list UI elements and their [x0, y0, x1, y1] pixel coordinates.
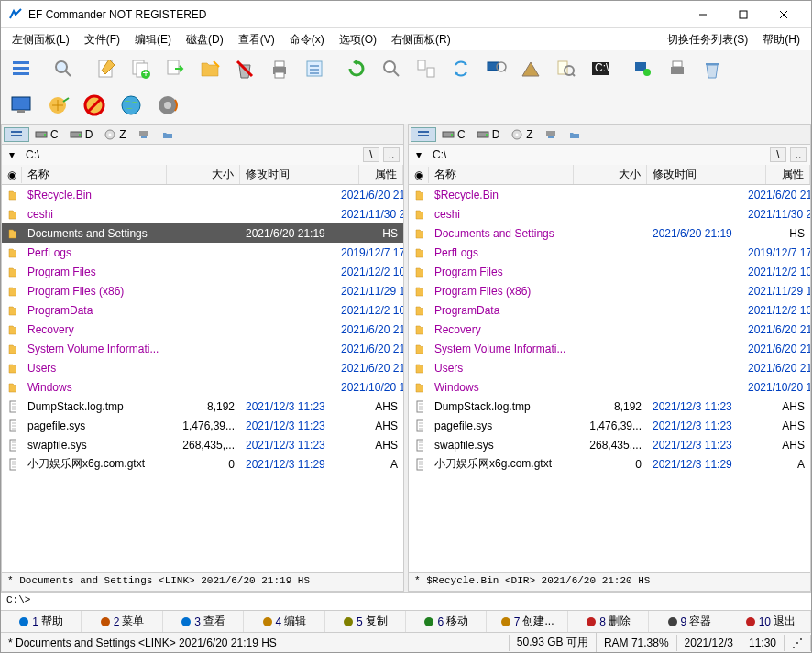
fkey-4[interactable]: 4 编辑	[244, 611, 324, 632]
file-row[interactable]: Windows2021/10/20 10:26	[409, 377, 810, 397]
maximize-button[interactable]	[723, 2, 763, 27]
new-folder-button[interactable]	[193, 52, 226, 85]
file-row[interactable]: System Volume Informati...2021/6/20 21:2…	[2, 339, 403, 358]
fkey-10[interactable]: 10 退出	[730, 611, 811, 632]
connect-button[interactable]	[41, 89, 74, 122]
fkey-8[interactable]: 8 删除	[568, 611, 649, 632]
menu-文件(F)[interactable]: 文件(F)	[77, 30, 127, 49]
file-row[interactable]: 小刀娱乐网x6g.com.gtxt02021/12/3 11:29A	[409, 454, 810, 473]
menu-选项(O)[interactable]: 选项(O)	[332, 30, 384, 49]
drive-net[interactable]	[539, 128, 563, 141]
file-row[interactable]: DumpStack.log.tmp8,1922021/12/3 11:23AHS	[2, 397, 403, 416]
move-button[interactable]	[159, 52, 192, 85]
menu-左侧面板(L)[interactable]: 左侧面板(L)	[5, 30, 77, 49]
menu-编辑(E)[interactable]: 编辑(E)	[127, 30, 179, 49]
dropdown-icon[interactable]: ▾	[412, 148, 425, 161]
print2-button[interactable]	[661, 52, 694, 85]
file-row[interactable]: Program Files (x86)2021/11/29 11:02R	[2, 281, 403, 300]
drive-D[interactable]: D	[471, 127, 506, 142]
fkey-9[interactable]: 9 容器	[649, 611, 730, 632]
search-button[interactable]	[47, 52, 80, 85]
drive-C[interactable]: C	[29, 127, 64, 142]
drive-net[interactable]	[132, 128, 156, 141]
col-size[interactable]: 大小	[167, 165, 240, 184]
left-root-button[interactable]: \	[363, 147, 379, 162]
menu-查看(V)[interactable]: 查看(V)	[231, 30, 282, 49]
properties-button[interactable]	[298, 52, 331, 85]
view-details-button[interactable]	[5, 52, 38, 85]
terminal-button[interactable]: C:\	[584, 52, 617, 85]
dropdown-icon[interactable]: ▾	[5, 148, 18, 161]
file-row[interactable]: ceshi2021/11/30 22:17	[409, 204, 810, 223]
menu-命令(x)[interactable]: 命令(x)	[282, 30, 332, 49]
drive-Z[interactable]: Z	[98, 127, 131, 142]
delete-button[interactable]	[228, 52, 261, 85]
right-list[interactable]: $Recycle.Bin2021/6/20 21:20HSceshi2021/1…	[409, 185, 810, 572]
col-icon[interactable]: ◉	[2, 167, 22, 183]
audio-button[interactable]	[151, 89, 184, 122]
col-attr[interactable]: 属性	[359, 165, 403, 184]
minimize-button[interactable]	[683, 2, 723, 27]
fkey-6[interactable]: 6 移动	[406, 611, 487, 632]
close-button[interactable]	[763, 2, 804, 27]
desktop-button[interactable]	[5, 89, 38, 122]
fkey-1[interactable]: 1 帮助	[1, 611, 82, 632]
col-icon[interactable]: ◉	[409, 167, 429, 183]
file-row[interactable]: swapfile.sys268,435,...2021/12/3 11:23AH…	[2, 435, 403, 454]
file-row[interactable]: $Recycle.Bin2021/6/20 21:20HS	[409, 185, 810, 204]
col-date[interactable]: 修改时间	[647, 165, 766, 184]
col-date[interactable]: 修改时间	[240, 165, 359, 184]
find-button[interactable]	[375, 52, 408, 85]
refresh-button[interactable]	[340, 52, 373, 85]
file-row[interactable]: ProgramData2021/12/2 10:25H	[2, 300, 403, 320]
file-row[interactable]: Recovery2021/6/20 21:19HS	[2, 320, 403, 339]
file-row[interactable]: PerfLogs2019/12/7 17:14	[409, 243, 810, 262]
file-row[interactable]: Windows2021/10/20 10:26	[2, 377, 403, 397]
file-row[interactable]: System Volume Informati...2021/6/20 21:2…	[409, 339, 810, 358]
menu-右侧面板(R)[interactable]: 右侧面板(R)	[384, 30, 458, 49]
network-button[interactable]	[479, 52, 512, 85]
left-path[interactable]: C:\	[22, 147, 359, 162]
file-row[interactable]: PerfLogs2019/12/7 17:14	[2, 243, 403, 262]
trash-button[interactable]	[696, 52, 729, 85]
fkey-3[interactable]: 3 查看	[163, 611, 244, 632]
refresh2-button[interactable]	[444, 52, 477, 85]
command-line[interactable]: C:\>	[1, 592, 811, 610]
right-up-button[interactable]: ..	[790, 147, 807, 162]
menu-磁盘(D)[interactable]: 磁盘(D)	[179, 30, 231, 49]
file-row[interactable]: Program Files2021/12/2 10:26R	[409, 262, 810, 281]
file-row[interactable]: Users2021/6/20 21:20R	[409, 358, 810, 377]
edit-button[interactable]	[89, 52, 122, 85]
file-row[interactable]: pagefile.sys1,476,39...2021/12/3 11:23AH…	[409, 416, 810, 435]
menu-切换任务列表(S)[interactable]: 切换任务列表(S)	[660, 30, 755, 49]
drive-C[interactable]: C	[436, 127, 471, 142]
drive-home[interactable]	[156, 128, 180, 141]
file-row[interactable]: Users2021/6/20 21:20R	[2, 358, 403, 377]
fkey-7[interactable]: 7 创建...	[487, 611, 567, 632]
right-path[interactable]: C:\	[429, 147, 766, 162]
drive-home[interactable]	[563, 128, 587, 141]
search-files-button[interactable]	[549, 52, 582, 85]
file-row[interactable]: 小刀娱乐网x6g.com.gtxt02021/12/3 11:29A	[2, 454, 403, 473]
fkey-5[interactable]: 5 复制	[325, 611, 406, 632]
pyramid-button[interactable]	[514, 52, 547, 85]
right-root-button[interactable]: \	[770, 147, 786, 162]
col-name[interactable]: 名称	[22, 165, 167, 184]
file-row[interactable]: ProgramData2021/12/2 10:25H	[409, 300, 810, 320]
view-mode-button[interactable]	[4, 127, 29, 142]
settings-button[interactable]	[626, 52, 659, 85]
file-row[interactable]: Recovery2021/6/20 21:19HS	[409, 320, 810, 339]
copy-button[interactable]: +	[124, 52, 157, 85]
file-row[interactable]: Program Files (x86)2021/11/29 11:02R	[409, 281, 810, 300]
print-button[interactable]	[263, 52, 296, 85]
fkey-2[interactable]: 2 菜单	[82, 611, 162, 632]
file-row[interactable]: Documents and Settings2021/6/20 21:19HS	[409, 223, 810, 243]
file-row[interactable]: swapfile.sys268,435,...2021/12/3 11:23AH…	[409, 435, 810, 454]
disconnect-button[interactable]	[78, 89, 111, 122]
left-up-button[interactable]: ..	[383, 147, 400, 162]
menu-帮助(H)[interactable]: 帮助(H)	[755, 30, 807, 49]
col-name[interactable]: 名称	[429, 165, 574, 184]
drive-Z[interactable]: Z	[505, 127, 538, 142]
col-attr[interactable]: 属性	[766, 165, 810, 184]
file-row[interactable]: $Recycle.Bin2021/6/20 21:20HS	[2, 185, 403, 204]
